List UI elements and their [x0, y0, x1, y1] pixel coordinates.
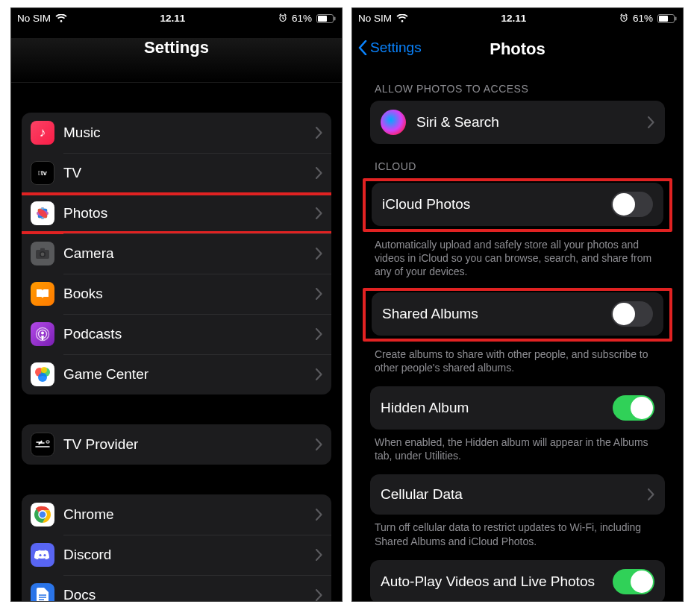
music-icon: ♪ — [31, 121, 54, 145]
row-label: TV — [63, 165, 316, 181]
row-hidden-album[interactable]: Hidden Album — [370, 386, 665, 430]
back-button[interactable]: Settings — [358, 40, 422, 56]
svg-rect-3 — [334, 16, 336, 20]
row-autoplay[interactable]: Auto-Play Videos and Live Photos — [370, 560, 665, 602]
alarm-icon — [619, 13, 628, 22]
row-label: Game Center — [63, 366, 316, 383]
tv-provider-icon — [31, 433, 54, 456]
row-label: Discord — [63, 547, 316, 563]
svg-rect-23 — [46, 441, 49, 443]
settings-row-music[interactable]: ♪ Music — [22, 113, 331, 153]
highlight-shared-albums: Shared Albums — [363, 288, 672, 342]
group-autoplay: Auto-Play Videos and Live Photos — [370, 560, 665, 602]
carrier-label: No SIM — [358, 13, 392, 24]
highlight-icloud-photos: iCloud Photos — [363, 178, 672, 232]
toggle-hidden-album[interactable] — [613, 395, 654, 421]
row-label: Music — [63, 125, 316, 141]
svg-point-22 — [41, 367, 47, 373]
svg-point-28 — [39, 554, 41, 556]
row-label: Photos — [63, 205, 316, 221]
game-center-icon — [31, 362, 54, 386]
nav-bar: Settings — [11, 38, 342, 83]
battery-icon — [657, 13, 677, 24]
settings-row-tv[interactable]: tv TV — [22, 153, 331, 193]
settings-row-gamecenter[interactable]: Game Center — [22, 354, 331, 395]
group-cellular: Cellular Data — [370, 474, 665, 515]
photos-settings-screen: No SIM 12.11 61% Settings Photos ALLOW P… — [351, 7, 684, 602]
status-time: 12.11 — [160, 13, 186, 24]
battery-pct-label: 61% — [292, 13, 312, 24]
row-label: Hidden Album — [381, 400, 613, 416]
section-header-allow: ALLOW PHOTOS TO ACCESS — [375, 83, 660, 95]
settings-group-provider: TV Provider — [22, 424, 331, 465]
toggle-shared-albums[interactable] — [611, 301, 653, 327]
chrome-icon — [31, 503, 54, 527]
status-bar: No SIM 12.11 61% — [352, 8, 683, 25]
docs-icon — [31, 583, 54, 602]
svg-rect-2 — [318, 16, 327, 22]
settings-row-photos[interactable]: Photos — [22, 193, 331, 233]
camera-icon — [31, 242, 54, 265]
row-shared-albums[interactable]: Shared Albums — [372, 292, 663, 336]
battery-icon — [316, 13, 336, 24]
wifi-icon — [55, 13, 67, 24]
group-hidden: Hidden Album — [370, 386, 665, 430]
row-icloud-photos[interactable]: iCloud Photos — [372, 183, 663, 226]
row-siri-search[interactable]: Siri & Search — [370, 101, 665, 144]
page-title: Settings — [11, 38, 342, 57]
row-cellular-data[interactable]: Cellular Data — [370, 474, 665, 515]
svg-point-21 — [38, 373, 47, 382]
chevron-right-icon — [648, 116, 654, 128]
settings-group-media: ♪ Music tv TV — [22, 113, 331, 395]
chevron-right-icon — [316, 509, 322, 521]
carrier-label: No SIM — [17, 13, 51, 24]
status-bar: No SIM 12.11 61% — [11, 8, 342, 25]
settings-row-camera[interactable]: Camera — [22, 233, 331, 274]
battery-pct-label: 61% — [633, 13, 653, 24]
svg-point-14 — [41, 253, 45, 257]
group-allow: Siri & Search — [370, 101, 665, 144]
chevron-right-icon — [316, 328, 322, 340]
tv-icon: tv — [31, 161, 54, 185]
row-label: Siri & Search — [416, 114, 648, 131]
settings-row-chrome[interactable]: Chrome — [22, 494, 331, 535]
wifi-icon — [396, 13, 408, 24]
alarm-icon — [278, 13, 287, 22]
toggle-autoplay[interactable] — [613, 569, 654, 594]
footer-icloud: Automatically upload and safely store al… — [375, 238, 660, 279]
svg-rect-33 — [675, 16, 677, 20]
svg-point-18 — [41, 332, 44, 335]
chevron-right-icon — [316, 167, 322, 179]
row-label: Chrome — [63, 506, 316, 523]
svg-rect-32 — [659, 16, 668, 22]
back-label: Settings — [370, 40, 422, 56]
section-header-icloud: ICLOUD — [375, 160, 660, 172]
row-label: Auto-Play Videos and Live Photos — [381, 573, 613, 590]
settings-screen: No SIM 12.11 61% Settings ♪ Music tv — [10, 7, 343, 602]
settings-row-tvprovider[interactable]: TV Provider — [22, 424, 331, 465]
svg-rect-15 — [40, 248, 45, 251]
settings-row-docs[interactable]: Docs — [22, 575, 331, 602]
toggle-icloud-photos[interactable] — [611, 192, 653, 217]
photos-icon — [31, 201, 54, 225]
svg-point-29 — [43, 554, 46, 556]
row-label: Cellular Data — [381, 486, 648, 503]
settings-row-discord[interactable]: Discord — [22, 535, 331, 575]
chevron-right-icon — [316, 248, 322, 260]
row-label: Podcasts — [63, 326, 316, 342]
status-time: 12.11 — [501, 13, 527, 24]
chevron-right-icon — [316, 549, 322, 561]
row-label: TV Provider — [63, 436, 316, 453]
chevron-right-icon — [316, 589, 322, 601]
footer-shared: Create albums to share with other people… — [375, 348, 660, 374]
row-label: iCloud Photos — [382, 196, 611, 213]
settings-row-podcasts[interactable]: Podcasts — [22, 314, 331, 354]
row-label: Books — [63, 286, 316, 302]
podcasts-icon — [31, 322, 54, 346]
discord-icon — [31, 543, 54, 567]
siri-icon — [381, 110, 406, 135]
chevron-right-icon — [316, 368, 322, 380]
chevron-right-icon — [316, 127, 322, 139]
chevron-right-icon — [316, 288, 322, 300]
settings-row-books[interactable]: Books — [22, 274, 331, 314]
